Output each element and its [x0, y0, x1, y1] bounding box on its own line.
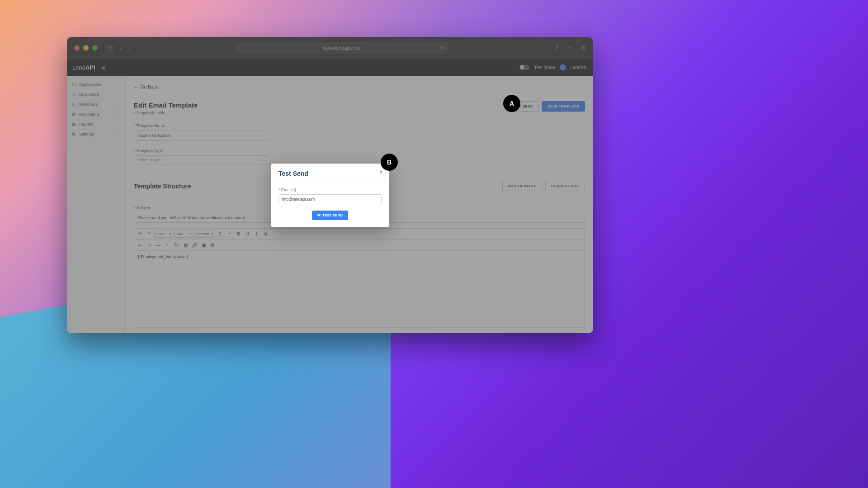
test-send-modal: Test Send ✕ * Email(s) ✉ TEST SEND [271, 164, 389, 227]
mail-icon: ✉ [317, 213, 321, 217]
modal-test-send-button[interactable]: ✉ TEST SEND [312, 211, 348, 220]
callout-a: A [503, 95, 520, 112]
callout-b: B [381, 154, 398, 171]
browser-window: ◫ ‹ › www.lendapi.com ↻ ⇪ ＋ ⊞ LendAPI ≡ … [67, 37, 593, 333]
modal-title: Test Send [278, 170, 382, 177]
email-input[interactable] [278, 194, 382, 204]
close-icon[interactable]: ✕ [379, 169, 383, 175]
email-label: * Email(s) [278, 188, 382, 192]
